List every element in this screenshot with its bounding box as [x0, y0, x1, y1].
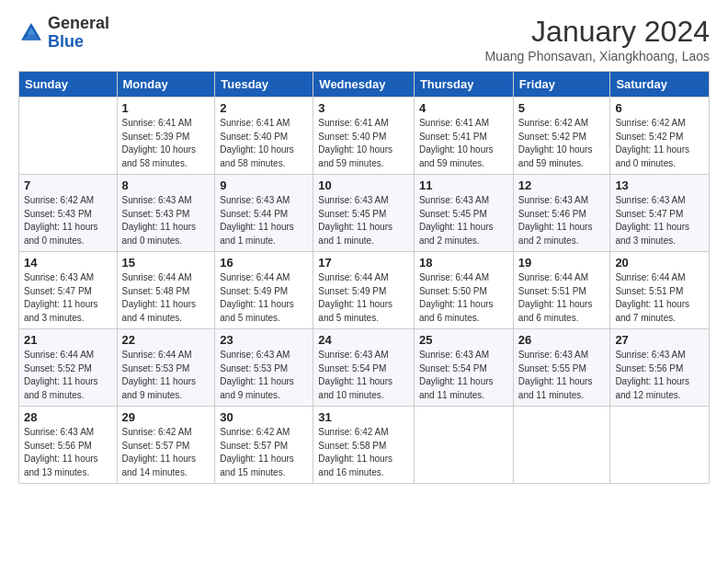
subtitle: Muang Phonsavan, Xiangkhoang, Laos — [485, 49, 710, 63]
week-row-1: 1Sunrise: 6:41 AMSunset: 5:39 PMDaylight… — [19, 98, 710, 175]
day-info: Sunrise: 6:43 AMSunset: 5:43 PMDaylight:… — [122, 194, 210, 247]
logo-general: General — [48, 14, 109, 32]
day-number: 2 — [220, 101, 308, 115]
calendar-cell — [414, 407, 513, 484]
day-info: Sunrise: 6:43 AMSunset: 5:46 PMDaylight:… — [518, 194, 606, 247]
day-number: 4 — [419, 101, 508, 115]
calendar-cell: 10Sunrise: 6:43 AMSunset: 5:45 PMDayligh… — [313, 175, 415, 252]
day-info: Sunrise: 6:43 AMSunset: 5:56 PMDaylight:… — [24, 426, 112, 479]
day-info: Sunrise: 6:42 AMSunset: 5:42 PMDaylight:… — [615, 117, 704, 170]
calendar-cell: 3Sunrise: 6:41 AMSunset: 5:40 PMDaylight… — [313, 98, 415, 175]
svg-rect-2 — [26, 34, 37, 40]
column-header-tuesday: Tuesday — [215, 72, 313, 98]
calendar-cell: 31Sunrise: 6:42 AMSunset: 5:58 PMDayligh… — [313, 407, 415, 484]
calendar-cell: 28Sunrise: 6:43 AMSunset: 5:56 PMDayligh… — [19, 407, 118, 484]
day-number: 8 — [122, 178, 210, 192]
page: General Blue January 2024 Muang Phonsava… — [0, 0, 728, 563]
logo-icon — [18, 20, 44, 46]
calendar-cell: 11Sunrise: 6:43 AMSunset: 5:45 PMDayligh… — [414, 175, 513, 252]
day-info: Sunrise: 6:43 AMSunset: 5:45 PMDaylight:… — [419, 194, 508, 247]
calendar-cell: 27Sunrise: 6:43 AMSunset: 5:56 PMDayligh… — [610, 329, 710, 407]
day-number: 14 — [24, 256, 112, 270]
day-number: 21 — [24, 333, 112, 347]
calendar-cell — [19, 98, 118, 175]
day-number: 17 — [318, 256, 409, 270]
calendar-cell: 7Sunrise: 6:42 AMSunset: 5:43 PMDaylight… — [19, 175, 118, 252]
day-number: 26 — [518, 333, 606, 347]
calendar-cell: 8Sunrise: 6:43 AMSunset: 5:43 PMDaylight… — [117, 175, 215, 252]
calendar-cell: 18Sunrise: 6:44 AMSunset: 5:50 PMDayligh… — [414, 252, 513, 329]
day-number: 13 — [615, 178, 704, 192]
calendar-cell: 4Sunrise: 6:41 AMSunset: 5:41 PMDaylight… — [414, 98, 513, 175]
day-number: 12 — [518, 178, 606, 192]
calendar-cell: 25Sunrise: 6:43 AMSunset: 5:54 PMDayligh… — [414, 329, 513, 407]
day-number: 30 — [220, 410, 308, 424]
calendar-cell: 17Sunrise: 6:44 AMSunset: 5:49 PMDayligh… — [313, 252, 415, 329]
day-number: 1 — [122, 101, 210, 115]
day-info: Sunrise: 6:43 AMSunset: 5:47 PMDaylight:… — [615, 194, 704, 247]
calendar-table: SundayMondayTuesdayWednesdayThursdayFrid… — [18, 71, 710, 484]
day-info: Sunrise: 6:44 AMSunset: 5:49 PMDaylight:… — [220, 271, 308, 325]
week-row-4: 21Sunrise: 6:44 AMSunset: 5:52 PMDayligh… — [19, 329, 710, 407]
day-info: Sunrise: 6:42 AMSunset: 5:57 PMDaylight:… — [122, 426, 210, 479]
logo-blue: Blue — [48, 32, 84, 51]
calendar-cell: 26Sunrise: 6:43 AMSunset: 5:55 PMDayligh… — [513, 329, 610, 407]
day-info: Sunrise: 6:43 AMSunset: 5:45 PMDaylight:… — [318, 194, 409, 247]
day-info: Sunrise: 6:43 AMSunset: 5:56 PMDaylight:… — [615, 349, 704, 402]
day-info: Sunrise: 6:41 AMSunset: 5:40 PMDaylight:… — [220, 117, 308, 170]
calendar-cell: 16Sunrise: 6:44 AMSunset: 5:49 PMDayligh… — [215, 252, 313, 329]
calendar-cell: 6Sunrise: 6:42 AMSunset: 5:42 PMDaylight… — [610, 98, 710, 175]
day-number: 27 — [615, 333, 704, 347]
calendar-cell — [610, 407, 710, 484]
column-header-friday: Friday — [513, 72, 610, 98]
calendar-cell: 12Sunrise: 6:43 AMSunset: 5:46 PMDayligh… — [513, 175, 610, 252]
day-number: 29 — [122, 410, 210, 424]
day-info: Sunrise: 6:44 AMSunset: 5:53 PMDaylight:… — [122, 349, 210, 402]
day-number: 25 — [419, 333, 508, 347]
day-info: Sunrise: 6:44 AMSunset: 5:50 PMDaylight:… — [419, 271, 508, 325]
day-number: 28 — [24, 410, 112, 424]
day-info: Sunrise: 6:41 AMSunset: 5:39 PMDaylight:… — [122, 117, 210, 170]
calendar-cell: 5Sunrise: 6:42 AMSunset: 5:42 PMDaylight… — [513, 98, 610, 175]
calendar-header-row: SundayMondayTuesdayWednesdayThursdayFrid… — [19, 72, 710, 98]
day-info: Sunrise: 6:41 AMSunset: 5:40 PMDaylight:… — [318, 117, 409, 170]
calendar-cell: 15Sunrise: 6:44 AMSunset: 5:48 PMDayligh… — [117, 252, 215, 329]
day-number: 15 — [122, 256, 210, 270]
calendar-cell: 1Sunrise: 6:41 AMSunset: 5:39 PMDaylight… — [117, 98, 215, 175]
column-header-wednesday: Wednesday — [313, 72, 415, 98]
day-info: Sunrise: 6:43 AMSunset: 5:54 PMDaylight:… — [419, 349, 508, 402]
calendar-cell: 20Sunrise: 6:44 AMSunset: 5:51 PMDayligh… — [610, 252, 710, 329]
day-info: Sunrise: 6:42 AMSunset: 5:57 PMDaylight:… — [220, 426, 308, 479]
day-info: Sunrise: 6:44 AMSunset: 5:48 PMDaylight:… — [122, 271, 210, 325]
day-info: Sunrise: 6:44 AMSunset: 5:49 PMDaylight:… — [318, 271, 409, 325]
calendar-cell: 23Sunrise: 6:43 AMSunset: 5:53 PMDayligh… — [215, 329, 313, 407]
week-row-2: 7Sunrise: 6:42 AMSunset: 5:43 PMDaylight… — [19, 175, 710, 252]
day-number: 3 — [318, 101, 409, 115]
calendar-cell: 13Sunrise: 6:43 AMSunset: 5:47 PMDayligh… — [610, 175, 710, 252]
calendar-cell: 14Sunrise: 6:43 AMSunset: 5:47 PMDayligh… — [19, 252, 118, 329]
logo-text: General Blue — [48, 15, 109, 52]
day-number: 22 — [122, 333, 210, 347]
day-number: 31 — [318, 410, 409, 424]
column-header-monday: Monday — [117, 72, 215, 98]
header: General Blue January 2024 Muang Phonsava… — [18, 15, 710, 63]
day-info: Sunrise: 6:44 AMSunset: 5:51 PMDaylight:… — [615, 271, 704, 325]
calendar-cell: 21Sunrise: 6:44 AMSunset: 5:52 PMDayligh… — [19, 329, 118, 407]
title-block: January 2024 Muang Phonsavan, Xiangkhoan… — [485, 15, 710, 63]
calendar-cell: 2Sunrise: 6:41 AMSunset: 5:40 PMDaylight… — [215, 98, 313, 175]
calendar-cell: 29Sunrise: 6:42 AMSunset: 5:57 PMDayligh… — [117, 407, 215, 484]
calendar-cell: 9Sunrise: 6:43 AMSunset: 5:44 PMDaylight… — [215, 175, 313, 252]
day-info: Sunrise: 6:42 AMSunset: 5:42 PMDaylight:… — [518, 117, 606, 170]
day-info: Sunrise: 6:43 AMSunset: 5:44 PMDaylight:… — [220, 194, 308, 247]
day-number: 11 — [419, 178, 508, 192]
day-number: 5 — [518, 101, 606, 115]
day-info: Sunrise: 6:41 AMSunset: 5:41 PMDaylight:… — [419, 117, 508, 170]
calendar-cell: 24Sunrise: 6:43 AMSunset: 5:54 PMDayligh… — [313, 329, 415, 407]
logo: General Blue — [18, 15, 109, 52]
day-info: Sunrise: 6:43 AMSunset: 5:55 PMDaylight:… — [518, 349, 606, 402]
day-info: Sunrise: 6:44 AMSunset: 5:52 PMDaylight:… — [24, 349, 112, 402]
day-info: Sunrise: 6:43 AMSunset: 5:53 PMDaylight:… — [220, 349, 308, 402]
column-header-thursday: Thursday — [414, 72, 513, 98]
month-title: January 2024 — [485, 15, 710, 49]
day-info: Sunrise: 6:43 AMSunset: 5:47 PMDaylight:… — [24, 271, 112, 325]
